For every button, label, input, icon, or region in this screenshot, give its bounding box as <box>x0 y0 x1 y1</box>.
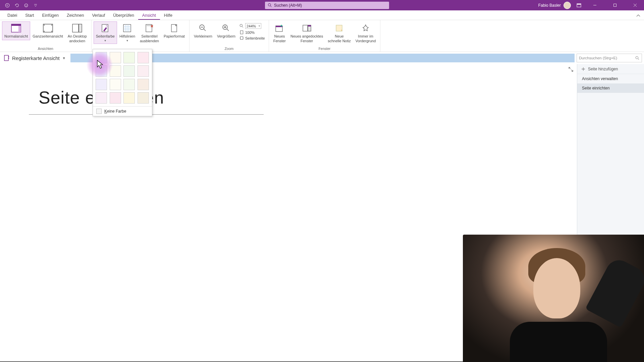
quick-note-icon <box>334 23 344 34</box>
tab-verlauf[interactable]: Verlauf <box>88 11 109 20</box>
page-search-placeholder: Durchsuchen (Strg+E) <box>579 56 617 60</box>
collapse-ribbon-icon[interactable] <box>636 13 641 19</box>
search-box[interactable]: Suchen (Alt+M) <box>265 2 389 9</box>
zoom-in-icon <box>221 23 231 34</box>
rule-lines-button[interactable]: Hilfslinien ▼ <box>117 21 138 44</box>
color-swatch[interactable] <box>96 79 107 90</box>
page-search-input[interactable]: Durchsuchen (Strg+E) <box>577 54 642 62</box>
svg-point-0 <box>5 3 9 7</box>
normal-view-label: Normalansicht <box>4 34 28 39</box>
rule-lines-icon <box>122 23 132 34</box>
minimize-button[interactable] <box>587 0 602 10</box>
notebook-icon <box>3 55 10 61</box>
color-swatch[interactable] <box>96 92 107 104</box>
color-swatch[interactable] <box>123 65 135 77</box>
color-swatch[interactable] <box>110 65 121 77</box>
svg-rect-17 <box>147 25 151 26</box>
zoom-out-label: Verkleinern <box>194 34 212 39</box>
tab-zeichnen[interactable]: Zeichnen <box>63 11 88 20</box>
ribbon-group-views: Normalansicht Ganzseitenansicht An Deskt… <box>0 20 92 52</box>
search-icon <box>635 56 640 60</box>
hide-title-button[interactable]: Seitentitel ausblenden <box>138 21 161 45</box>
add-page-label: Seite hinzufügen <box>588 67 618 71</box>
svg-rect-22 <box>240 31 243 34</box>
page-list-item[interactable]: Ansichten verwalten <box>577 74 644 83</box>
close-button[interactable] <box>627 0 643 10</box>
zoom-pagewidth-button[interactable]: Seitenbreite <box>238 36 266 41</box>
color-swatch[interactable] <box>96 52 107 63</box>
rule-lines-label: Hilfslinien <box>119 34 135 39</box>
page-list-item[interactable]: Seite einrichten <box>577 83 644 93</box>
dock-desktop-label: An Desktop andocken <box>68 34 87 44</box>
new-docked-window-icon <box>302 23 312 34</box>
maximize-button[interactable] <box>607 0 623 10</box>
color-swatch[interactable] <box>123 79 135 90</box>
normal-view-button[interactable]: Normalansicht <box>2 21 30 40</box>
quick-note-label: Neue schnelle Notiz <box>328 34 351 44</box>
add-page-button[interactable]: Seite hinzufügen <box>577 64 644 74</box>
fullpage-view-label: Ganzseitenansicht <box>33 34 63 39</box>
back-icon[interactable] <box>4 2 11 9</box>
svg-point-33 <box>636 56 638 59</box>
paper-size-icon <box>169 23 179 34</box>
expand-icon[interactable] <box>568 67 574 73</box>
svg-rect-32 <box>8 58 9 59</box>
zoom-out-button[interactable]: Verkleinern <box>192 21 215 40</box>
paper-size-button[interactable]: Papierformat <box>161 21 187 40</box>
svg-rect-31 <box>8 56 9 57</box>
plus-icon <box>581 67 585 71</box>
touch-mode-icon[interactable] <box>23 2 30 9</box>
color-swatch[interactable] <box>110 92 121 104</box>
color-swatch[interactable] <box>138 92 149 104</box>
color-grid <box>93 49 152 106</box>
tab-ansicht[interactable]: Ansicht <box>138 11 160 20</box>
color-swatch[interactable] <box>138 52 149 63</box>
no-color-option[interactable]: Keine Farbe <box>93 106 152 116</box>
fullpage-view-button[interactable]: Ganzseitenansicht <box>30 21 65 40</box>
new-docked-window-button[interactable]: Neues angedocktes Fenster <box>288 21 325 45</box>
ribbon-display-icon[interactable] <box>576 2 582 9</box>
undo-icon[interactable] <box>13 2 20 9</box>
svg-point-3 <box>26 5 27 5</box>
color-swatch[interactable] <box>110 52 121 63</box>
tab-start[interactable]: Start <box>21 11 38 20</box>
zoom-value-row[interactable]: 244%▾ <box>238 23 266 29</box>
tab-hilfe[interactable]: Hilfe <box>160 11 176 20</box>
new-window-button[interactable]: Neues Fenster <box>271 21 288 45</box>
page-color-button[interactable]: Seitenfarbe ▼ <box>94 21 117 44</box>
chevron-down-icon: ▼ <box>62 56 66 60</box>
ribbon-group-pagesetup: Seitenfarbe ▼ Hilfslinien ▼ Seitentitel … <box>92 20 190 52</box>
fullpage-view-icon <box>43 23 53 34</box>
zoom-in-button[interactable]: Vergrößern <box>215 21 238 40</box>
tab-ueberpruefen[interactable]: Überprüfen <box>109 11 138 20</box>
svg-point-2 <box>25 5 26 5</box>
customize-qat-icon[interactable] <box>32 2 39 9</box>
color-swatch[interactable] <box>96 65 107 77</box>
svg-rect-10 <box>18 26 21 32</box>
quick-note-button[interactable]: Neue schnelle Notiz <box>325 21 353 45</box>
dock-desktop-button[interactable]: An Desktop andocken <box>65 21 89 45</box>
avatar <box>564 2 571 9</box>
normal-view-icon <box>11 23 21 34</box>
color-swatch[interactable] <box>123 92 135 104</box>
svg-rect-6 <box>577 4 581 5</box>
new-docked-window-label: Neues angedocktes Fenster <box>290 34 323 44</box>
svg-rect-7 <box>613 4 616 7</box>
no-color-swatch <box>96 109 102 114</box>
section-dropdown[interactable]: Registerkarte Ansicht ▼ <box>0 55 69 61</box>
svg-rect-26 <box>303 25 308 31</box>
svg-rect-23 <box>240 37 243 39</box>
user-account[interactable]: Fabio Basler <box>538 2 571 9</box>
zoom-100-button[interactable]: 100% <box>238 30 266 35</box>
ribbon-group-views-label: Ansichten <box>0 47 91 52</box>
always-top-button[interactable]: Immer im Vordergrund <box>353 21 378 45</box>
page-icon <box>239 30 244 35</box>
color-swatch[interactable] <box>138 79 149 90</box>
color-swatch[interactable] <box>110 79 121 90</box>
color-swatch[interactable] <box>138 65 149 77</box>
chevron-down-icon: ▼ <box>104 39 107 43</box>
tab-einfuegen[interactable]: Einfügen <box>38 11 63 20</box>
color-swatch[interactable] <box>123 52 135 63</box>
zoom-value-input[interactable]: 244%▾ <box>245 23 261 29</box>
tab-datei[interactable]: Datei <box>3 11 21 20</box>
